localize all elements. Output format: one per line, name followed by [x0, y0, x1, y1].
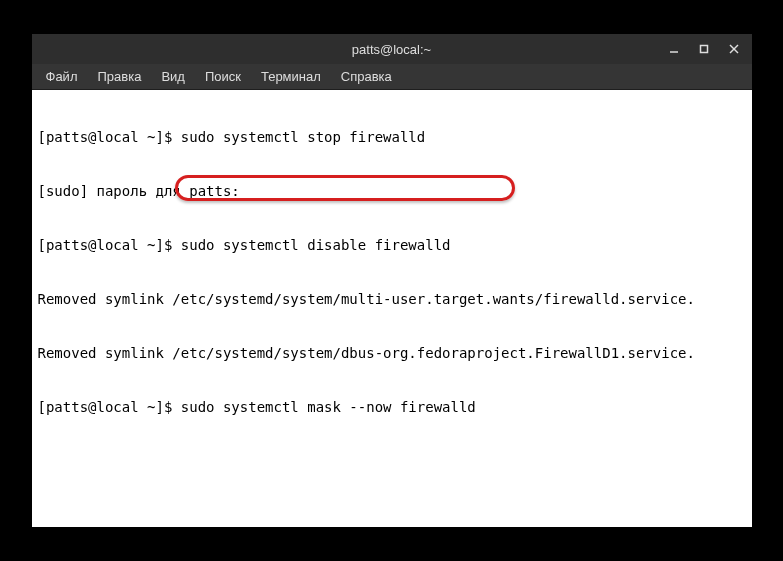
minimize-button[interactable] — [660, 38, 688, 60]
terminal-output[interactable]: [patts@local ~]$ sudo systemctl stop fir… — [32, 90, 752, 527]
terminal-line: [sudo] пароль для patts: — [38, 182, 746, 200]
window-title: patts@local:~ — [40, 42, 744, 57]
menu-terminal[interactable]: Терминал — [251, 69, 331, 84]
menu-edit[interactable]: Правка — [87, 69, 151, 84]
maximize-button[interactable] — [690, 38, 718, 60]
terminal-window: patts@local:~ Файл Правка Вид Поиск Терм… — [32, 34, 752, 527]
window-controls — [660, 38, 748, 60]
svg-rect-1 — [700, 46, 707, 53]
terminal-line: [patts@local ~]$ sudo systemctl disable … — [38, 236, 746, 254]
menu-help[interactable]: Справка — [331, 69, 402, 84]
close-icon — [729, 44, 739, 54]
menubar: Файл Правка Вид Поиск Терминал Справка — [32, 64, 752, 90]
menu-file[interactable]: Файл — [36, 69, 88, 84]
terminal-line: Removed symlink /etc/systemd/system/dbus… — [38, 344, 746, 362]
terminal-line: [patts@local ~]$ sudo systemctl mask --n… — [38, 398, 746, 416]
menu-search[interactable]: Поиск — [195, 69, 251, 84]
close-button[interactable] — [720, 38, 748, 60]
minimize-icon — [669, 44, 679, 54]
titlebar[interactable]: patts@local:~ — [32, 34, 752, 64]
menu-view[interactable]: Вид — [151, 69, 195, 84]
terminal-line: [patts@local ~]$ sudo systemctl stop fir… — [38, 128, 746, 146]
terminal-line: Removed symlink /etc/systemd/system/mult… — [38, 290, 746, 308]
maximize-icon — [699, 44, 709, 54]
